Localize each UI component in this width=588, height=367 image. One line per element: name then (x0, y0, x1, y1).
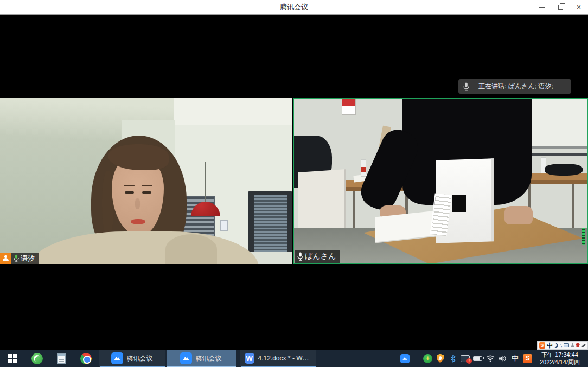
sogou-icon: S (523, 354, 532, 363)
speaking-indicator: 正在讲话: ばんさん; 语汐; (458, 79, 571, 94)
person-face-art (125, 191, 134, 194)
person-face-art (124, 185, 135, 186)
tencent-meeting-icon (111, 352, 123, 364)
taskbar-button-tencent-meeting[interactable]: 腾讯会议 (99, 350, 165, 367)
minimize-icon[interactable] (533, 0, 551, 14)
participant-name: ぱんさん (305, 252, 336, 261)
name-chip: 语汐 (11, 253, 39, 264)
tray-spacer (412, 350, 421, 367)
lamp-cord-art (205, 162, 206, 203)
tray-volume[interactable] (496, 350, 509, 367)
taskbar-button-label: 腾讯会议 (196, 354, 222, 363)
start-button[interactable] (0, 350, 25, 367)
person-face-art (135, 198, 140, 209)
taskbar-clock[interactable]: 下午 17:34:44 2022/4/14/周四 (534, 351, 588, 366)
participant-name: 语汐 (21, 254, 35, 263)
tray-input-indicator[interactable]: 中 (509, 350, 521, 367)
bag-art (545, 164, 583, 176)
person-face-art (142, 191, 151, 194)
punctuation-icon[interactable]: ’, (560, 343, 563, 348)
chinese-mode-icon[interactable]: 中 (547, 343, 553, 349)
person-hand-art (504, 206, 533, 224)
restore-icon[interactable] (551, 0, 570, 14)
battery-icon (473, 356, 482, 361)
half-moon-icon[interactable] (554, 343, 558, 348)
tray-battery[interactable] (471, 350, 484, 367)
chrome-icon (80, 353, 92, 364)
chinese-input-icon: 中 (512, 353, 519, 363)
restore-glyph (558, 5, 563, 10)
table-art (522, 180, 587, 184)
meeting-stage: 正在讲话: ばんさん; 语汐; (0, 15, 588, 350)
model-window-art (452, 195, 466, 212)
security-shield-icon (437, 354, 444, 363)
mic-on-icon (297, 252, 303, 261)
person-face-art (142, 185, 152, 186)
window-controls: × (533, 0, 588, 14)
wps-writer-icon: W (245, 353, 254, 364)
taskbar-button-label: 4.12.docx * - WPS ... (258, 355, 311, 362)
wrench-icon[interactable] (581, 343, 586, 347)
tray-display-alert[interactable]: ! (459, 350, 471, 367)
soft-keyboard-icon[interactable] (564, 343, 569, 347)
system-tray: + ! (398, 350, 588, 367)
person-face-art (131, 219, 145, 224)
name-chip: ぱんさん (295, 250, 340, 263)
wall-picture-art (220, 220, 228, 231)
tencent-meeting-icon (400, 354, 410, 363)
wifi-icon (486, 355, 495, 362)
360-browser-icon (31, 353, 43, 364)
pill-divider (474, 82, 474, 91)
account-icon[interactable] (571, 343, 574, 347)
participant-nameplate: ぱんさん (295, 250, 340, 263)
participant-nameplate: 语汐 (0, 253, 39, 264)
360-safety-icon: + (423, 354, 432, 363)
poster-art (342, 99, 356, 115)
mic-on-icon (14, 254, 19, 262)
speaking-text: 正在讲话: ばんさん; 语汐; (478, 82, 553, 91)
screen: 腾讯会议 × 正在讲话: ばんさん; 语汐; (0, 0, 588, 367)
notepad-icon (57, 353, 66, 364)
bluetooth-icon (450, 355, 456, 363)
display-alert-icon: ! (461, 355, 470, 362)
tray-security-shield[interactable] (434, 350, 446, 367)
close-icon[interactable]: × (570, 0, 588, 14)
taskbar-button-label: 腾讯会议 (127, 354, 153, 363)
audio-level-indicator (582, 228, 585, 245)
participant-video-right[interactable]: ぱんさん (293, 98, 588, 264)
tray-360-safety[interactable]: + (421, 350, 434, 367)
close-glyph: × (577, 3, 581, 11)
door-blinds-art (254, 195, 287, 260)
skin-icon[interactable] (576, 343, 580, 347)
avatar (0, 253, 11, 264)
windows-start-icon (8, 354, 17, 363)
volume-icon (498, 355, 507, 362)
taskbar-button-wps-document[interactable]: W 4.12.docx * - WPS ... (240, 350, 316, 367)
bottle-label-art (361, 167, 366, 172)
table-leg-art (353, 191, 355, 229)
person-icon (3, 255, 9, 261)
taskbar-notepad[interactable] (49, 350, 74, 367)
taskbar-chrome[interactable] (74, 350, 98, 367)
taskbar-button-tencent-meeting-active[interactable]: 腾讯会议 (167, 350, 236, 367)
taskbar: 腾讯会议 腾讯会议 W 4.12.docx * - WPS ... + (0, 350, 588, 367)
window-title: 腾讯会议 (280, 2, 308, 12)
tray-sogou[interactable]: S (521, 350, 534, 367)
window-titlebar: 腾讯会议 × (0, 0, 588, 15)
taskbar-360-browser[interactable] (25, 350, 49, 367)
tray-tencent-meeting[interactable] (398, 350, 412, 367)
tray-wifi[interactable] (484, 350, 496, 367)
sogou-logo-icon[interactable]: S (539, 342, 545, 349)
ime-toolbar: S 中 ’, (537, 341, 588, 350)
person-coat-art (165, 234, 217, 264)
minimize-glyph (539, 7, 545, 8)
clock-time: 下午 17:34:44 (541, 351, 578, 358)
clock-date: 2022/4/14/周四 (540, 358, 580, 366)
participant-video-left[interactable]: 语汐 (0, 98, 292, 264)
tencent-meeting-icon (180, 352, 192, 364)
table-leg-art (572, 184, 574, 230)
microphone-icon (463, 82, 469, 91)
tray-bluetooth[interactable] (446, 350, 459, 367)
